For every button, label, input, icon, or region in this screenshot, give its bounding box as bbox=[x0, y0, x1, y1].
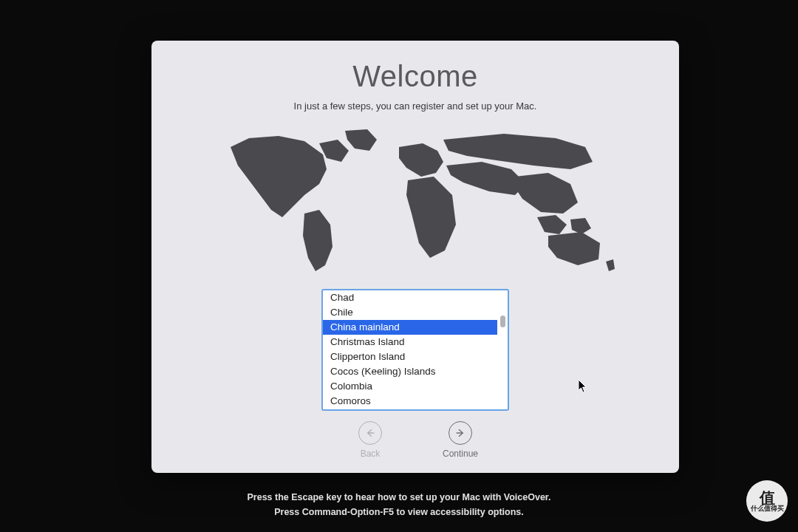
nav-button-row: Back Continue bbox=[348, 421, 482, 459]
accessibility-shortcut-hint: Press Command-Option-F5 to view accessib… bbox=[0, 507, 798, 517]
back-label: Back bbox=[361, 449, 381, 459]
arrow-left-icon bbox=[358, 421, 382, 445]
page-subtitle: In just a few steps, you can register an… bbox=[294, 100, 537, 112]
country-option[interactable]: Christmas Island bbox=[323, 335, 497, 349]
country-option[interactable]: Colombia bbox=[323, 379, 497, 394]
country-option[interactable]: Chile bbox=[323, 305, 497, 320]
voiceover-hint: Press the Escape key to hear how to set … bbox=[0, 492, 798, 502]
continue-button[interactable]: Continue bbox=[438, 421, 482, 459]
country-option[interactable]: Comoros bbox=[323, 394, 497, 409]
country-option[interactable]: Chad bbox=[323, 290, 497, 305]
watermark-badge: 值 什么值得买 bbox=[746, 480, 788, 522]
continue-label: Continue bbox=[443, 449, 478, 459]
world-map-image bbox=[208, 125, 622, 280]
back-button: Back bbox=[348, 421, 392, 459]
country-option[interactable]: Clipperton Island bbox=[323, 349, 497, 364]
page-title: Welcome bbox=[352, 60, 477, 93]
country-option[interactable]: China mainland bbox=[323, 320, 497, 335]
country-option[interactable]: Congo - Brazzaville bbox=[323, 409, 497, 409]
arrow-right-icon bbox=[449, 421, 472, 445]
watermark-char: 值 bbox=[760, 490, 775, 505]
scrollbar-track[interactable] bbox=[497, 290, 508, 409]
scrollbar-thumb[interactable] bbox=[500, 316, 505, 327]
country-option[interactable]: Cocos (Keeling) Islands bbox=[323, 364, 497, 379]
watermark-text: 什么值得买 bbox=[751, 505, 784, 512]
accessibility-hints: Press the Escape key to hear how to set … bbox=[0, 488, 798, 522]
country-listbox[interactable]: ChadChileChina mainlandChristmas IslandC… bbox=[321, 289, 509, 411]
setup-assistant-window: Welcome In just a few steps, you can reg… bbox=[151, 41, 679, 473]
